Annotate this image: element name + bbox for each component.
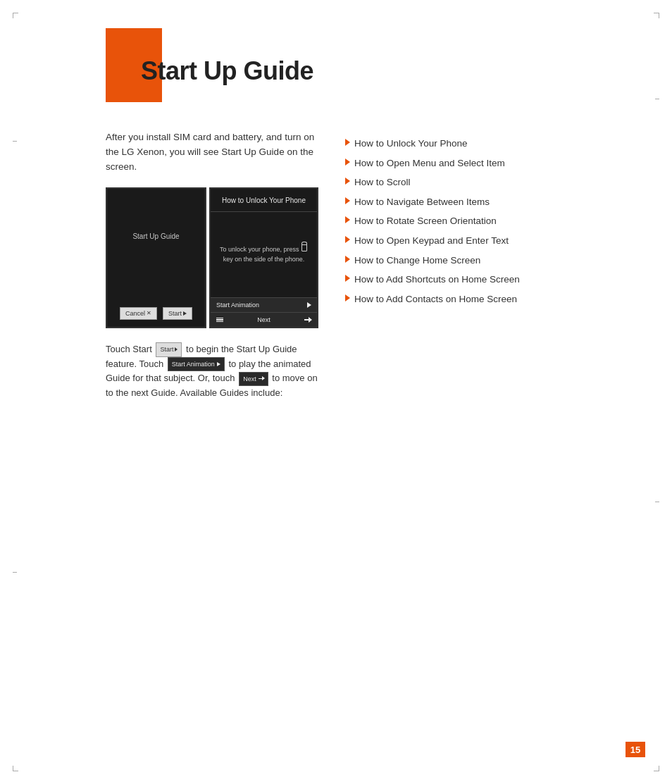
- list-item: How to Open Menu and Select Item: [345, 154, 637, 173]
- cancel-x-icon: ✕: [147, 310, 151, 316]
- inline-start-animation-button[interactable]: Start Animation: [168, 357, 225, 371]
- intro-paragraph: After you install SIM card and battery, …: [106, 130, 324, 175]
- start-animation-button[interactable]: Start Animation: [211, 298, 317, 313]
- arrow-right-icon: [304, 319, 311, 321]
- start-anim-label: Start Animation: [216, 301, 259, 309]
- screen-left-buttons: Cancel ✕ Start: [120, 307, 192, 320]
- next-button-row[interactable]: Next: [211, 313, 317, 327]
- corner-mark-tr: [654, 13, 659, 18]
- small-play-icon: [217, 362, 220, 366]
- header-area: Start Up Guide: [106, 56, 644, 86]
- phone-screens-mockup: Start Up Guide Cancel ✕ Start How to Unl…: [106, 187, 324, 328]
- bullet-arrow-icon: [345, 178, 350, 185]
- phone-screen-right: How to Unlock Your Phone To unlock your …: [209, 187, 318, 328]
- list-item: How to Add Contacts on Home Screen: [345, 290, 637, 309]
- bullet-arrow-icon: [345, 236, 350, 243]
- cancel-label: Cancel: [125, 310, 145, 317]
- main-content: After you install SIM card and battery, …: [106, 130, 637, 401]
- next-label: Next: [257, 316, 270, 323]
- body-text-paragraph: Touch Start Start to begin the Start Up …: [106, 342, 324, 401]
- left-column: After you install SIM card and battery, …: [106, 130, 324, 401]
- page-number: 15: [626, 742, 645, 757]
- list-item: How to Navigate Between Items: [345, 192, 637, 212]
- screen-right-title: How to Unlock Your Phone: [211, 189, 317, 212]
- corner-mark-br: [654, 766, 659, 771]
- start-label: Start: [168, 310, 182, 317]
- start-button[interactable]: Start: [163, 307, 192, 320]
- guides-list: How to Unlock Your PhoneHow to Open Menu…: [345, 134, 637, 309]
- screen-right-body-text: To unlock your phone, press key on the s…: [216, 244, 311, 264]
- bullet-arrow-icon: [345, 139, 350, 146]
- list-item-text: How to Open Menu and Select Item: [354, 156, 505, 171]
- small-arrow-icon: [259, 378, 264, 379]
- bullet-arrow-icon: [345, 256, 350, 263]
- screen-left-title: Start Up Guide: [132, 232, 179, 240]
- page-title: Start Up Guide: [106, 56, 644, 86]
- bullet-arrow-icon: [345, 197, 350, 204]
- list-item-text: How to Navigate Between Items: [354, 194, 490, 210]
- inline-start-button[interactable]: Start: [156, 342, 182, 356]
- bullet-arrow-icon: [345, 158, 350, 166]
- list-item-text: How to Unlock Your Phone: [354, 136, 468, 151]
- tick-left-bottom: [13, 572, 17, 573]
- bullet-arrow-icon: [345, 216, 350, 223]
- list-item: How to Add Shortcuts on Home Screen: [345, 270, 637, 290]
- inline-anim-label: Start Animation: [172, 359, 215, 369]
- menu-icon: [216, 318, 223, 323]
- list-item: How to Rotate Screen Orientation: [345, 211, 637, 231]
- play-icon: [307, 302, 311, 308]
- phone-screen-left: Start Up Guide Cancel ✕ Start: [106, 187, 206, 328]
- tiny-play-icon: [175, 347, 178, 351]
- list-item: How to Scroll: [345, 173, 637, 192]
- bullet-arrow-icon: [345, 294, 350, 301]
- tick-left-top: [13, 141, 17, 142]
- list-item: How to Change Home Screen: [345, 251, 637, 270]
- body-text-part1: Touch Start: [106, 344, 152, 354]
- list-item: How to Unlock Your Phone: [345, 134, 637, 154]
- start-play-icon: [183, 311, 187, 316]
- corner-mark-tl: [13, 13, 18, 18]
- screen-right-body: To unlock your phone, press key on the s…: [211, 212, 317, 297]
- list-item-text: How to Open Keypad and Enter Text: [354, 233, 509, 249]
- bullet-arrow-icon: [345, 275, 350, 282]
- tick-right-bottom: [655, 502, 659, 502]
- inline-next-button[interactable]: Next: [239, 372, 268, 386]
- tick-right-top: [655, 99, 659, 99]
- cancel-button[interactable]: Cancel ✕: [120, 307, 157, 320]
- list-item-text: How to Add Shortcuts on Home Screen: [354, 272, 520, 287]
- list-item-text: How to Scroll: [354, 175, 411, 190]
- list-item: How to Open Keypad and Enter Text: [345, 231, 637, 251]
- lock-icon: [301, 244, 307, 251]
- list-item-text: How to Change Home Screen: [354, 253, 480, 268]
- list-item-text: How to Add Contacts on Home Screen: [354, 292, 517, 307]
- screen-bottom-bar: Start Animation Next: [211, 297, 317, 327]
- inline-start-label: Start: [160, 344, 173, 354]
- list-item-text: How to Rotate Screen Orientation: [354, 213, 497, 229]
- inline-next-label: Next: [243, 374, 256, 384]
- corner-mark-bl: [13, 766, 18, 771]
- right-column: How to Unlock Your PhoneHow to Open Menu…: [345, 130, 637, 401]
